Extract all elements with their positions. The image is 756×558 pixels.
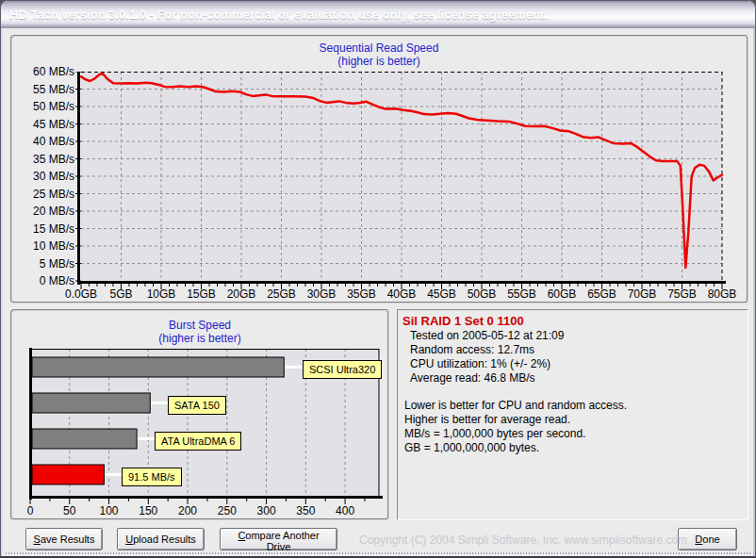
info-notes: Lower is better for CPU and random acces… — [404, 399, 744, 455]
seq-y-tick-label: 20 MB/s — [14, 205, 74, 218]
info-note-line: Lower is better for CPU and random acces… — [404, 399, 744, 413]
seq-y-tick-label: 40 MB/s — [14, 135, 74, 148]
seq-y-tick-label: 60 MB/s — [14, 65, 74, 78]
upload-results-button[interactable]: Upload Results — [117, 528, 205, 550]
window-title: HD Tach version 3.0.1.0 - For non-commer… — [9, 8, 548, 22]
seq-chart-title: Sequential Read Speed — [1, 41, 756, 55]
burst-bar-label: SATA 150 — [168, 396, 226, 415]
drive-detail-line: Random access: 12.7ms — [410, 343, 744, 357]
burst-chart-title: Burst Speed — [10, 319, 389, 332]
burst-x-tick-label: 100 — [95, 504, 123, 517]
burst-x-tick-label: 50 — [56, 504, 84, 517]
seq-y-tick-label: 25 MB/s — [14, 188, 74, 201]
drive-detail-line: CPU utilization: 1% (+/- 2%) — [410, 357, 744, 371]
burst-bar-label: SCSI Ultra320 — [303, 360, 382, 379]
burst-bar-label: ATA UltraDMA 6 — [155, 432, 241, 451]
seq-y-tick-label: 45 MB/s — [14, 118, 74, 131]
burst-bar-label: 91.5 MB/s — [122, 468, 182, 486]
burst-x-tick-label: 350 — [291, 504, 320, 517]
info-note-line: Higher is better for average read. — [404, 413, 744, 427]
seq-y-tick-label: 5 MB/s — [14, 257, 74, 271]
title-bar[interactable]: HD Tach version 3.0.1.0 - For non-commer… — [1, 1, 755, 28]
burst-x-tick-label: 300 — [253, 504, 281, 517]
drive-info-panel: Sil RAID 1 Set 0 1100 Tested on 2005-05-… — [397, 309, 748, 520]
drive-detail-line: Average read: 46.8 MB/s — [410, 371, 744, 386]
burst-chart-subtitle: (higher is better) — [10, 332, 389, 345]
seq-y-tick-label: 30 MB/s — [14, 170, 74, 183]
burst-x-tick-label: 0 — [16, 504, 44, 517]
drive-name: Sil RAID 1 Set 0 1100 — [403, 314, 744, 329]
seq-y-tick-label: 55 MB/s — [14, 83, 74, 96]
seq-read-line-chart — [75, 72, 726, 290]
seq-y-tick-label: 0 MB/s — [14, 274, 74, 287]
copyright-text: Copyright (C) 2004 Simpli Software, Inc.… — [359, 533, 656, 547]
drive-test-details: Tested on 2005-05-12 at 21:09Random acce… — [410, 329, 744, 386]
seq-y-tick-label: 10 MB/s — [14, 239, 74, 253]
window-bottom-edge — [6, 552, 750, 554]
burst-x-tick-label: 200 — [173, 504, 202, 517]
compare-another-drive-button[interactable]: Compare Another Drive — [220, 528, 337, 550]
burst-x-tick-label: 250 — [213, 504, 241, 517]
info-note-line: MB/s = 1,000,000 bytes per second. — [404, 427, 744, 441]
seq-y-tick-label: 15 MB/s — [14, 222, 74, 236]
drive-detail-line: Tested on 2005-05-12 at 21:09 — [410, 329, 744, 343]
seq-y-tick-label: 35 MB/s — [14, 153, 74, 166]
burst-x-tick-label: 400 — [331, 504, 359, 517]
save-results-button[interactable]: Save Results — [25, 528, 103, 550]
seq-y-tick-label: 50 MB/s — [14, 100, 74, 113]
seq-x-tick-label: 80GB — [698, 287, 747, 301]
info-note-line: GB = 1,000,000,000 bytes. — [404, 441, 744, 455]
burst-x-tick-label: 150 — [134, 504, 162, 517]
seq-chart-subtitle: (higher is better) — [1, 55, 756, 68]
hd-tach-window: HD Tach version 3.0.1.0 - For non-commer… — [0, 0, 756, 558]
